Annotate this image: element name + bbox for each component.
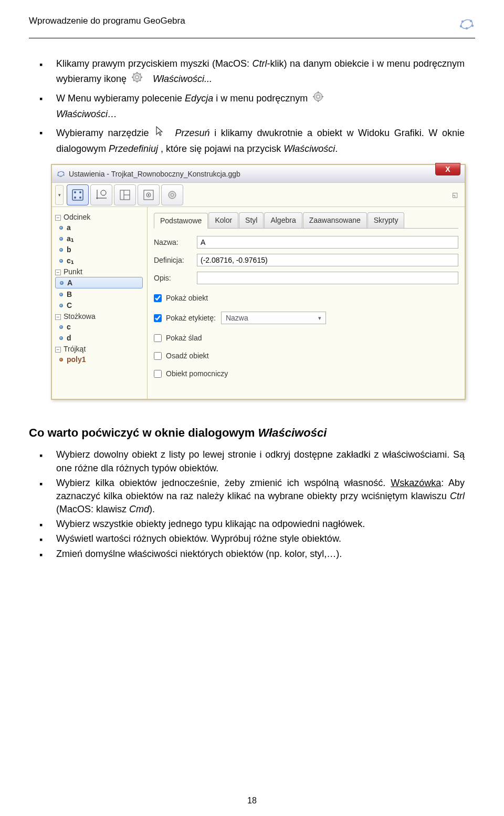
list-item: ▪Wyświetl wartości różnych obiektów. Wyp… [56, 532, 465, 545]
window-title: Ustawienia - Trojkat_Rownoboczny_Konstru… [69, 170, 240, 178]
svg-point-32 [79, 197, 81, 199]
practice-list: ▪Wybierz dowolny obiekt z listy po lewej… [56, 448, 465, 561]
collapse-icon[interactable]: − [55, 314, 61, 320]
properties-panel: Podstawowe Kolor Styl Algebra Zaawansowa… [148, 207, 465, 399]
gear-icon [312, 91, 324, 107]
checkbox-pokaz-etykiete[interactable] [154, 314, 162, 322]
page-number: 18 [247, 796, 257, 805]
label-osadz: Osadź obiekt [166, 352, 209, 360]
text-italic: Przesuń [175, 128, 209, 138]
tab-styl[interactable]: Styl [239, 212, 264, 228]
tab-podstawowe[interactable]: Podstawowe [154, 213, 208, 229]
instruction-1: ▪ Klikamy prawym przyciskiem myszki (Mac… [56, 57, 465, 88]
close-button[interactable]: X [435, 163, 460, 175]
collapse-icon[interactable]: − [55, 347, 61, 353]
tab-kolor[interactable]: Kolor [208, 212, 238, 228]
tool-defaults[interactable] [138, 184, 160, 205]
object-tree: −Odcinek a a₁ b c₁ −Punkt A B C [52, 207, 148, 399]
input-opis[interactable] [197, 272, 458, 284]
svg-point-23 [58, 172, 59, 173]
svg-point-1 [461, 20, 464, 23]
checkbox-pomocniczy[interactable] [154, 370, 162, 378]
svg-point-7 [135, 76, 139, 79]
list-item: ▪Wybierz kilka obiektów jednocześnie, że… [56, 477, 465, 517]
label-opis: Opis: [154, 274, 197, 282]
tree-group-odcinek[interactable]: −Odcinek [55, 212, 147, 222]
label-pokaz-obiekt: Pokaż obiekt [166, 294, 208, 302]
tab-skrypty[interactable]: Skrypty [368, 212, 405, 228]
section-title: Co warto poćwiczyć w oknie dialogowym Wł… [29, 426, 465, 440]
label-pokaz-slad: Pokaż ślad [166, 334, 202, 342]
text-italic: Właściwości… [56, 109, 117, 119]
toolbar-dropdown[interactable]: ▾ [55, 185, 64, 205]
svg-point-4 [466, 27, 468, 29]
list-item: ▪Zmień domyślne właściwości niektórych o… [56, 548, 465, 561]
tab-zaawansowane[interactable]: Zaawansowane [303, 212, 367, 228]
tree-item[interactable]: b [55, 244, 147, 255]
settings-window: Ustawienia - Trojkat_Rownoboczny_Konstru… [51, 164, 466, 400]
tree-item[interactable]: d [55, 333, 147, 343]
text-italic: Ctrl [252, 58, 267, 69]
tree-item[interactable]: poly1 [55, 354, 147, 365]
svg-point-35 [101, 190, 106, 195]
checkbox-pokaz-obiekt[interactable] [154, 294, 162, 302]
tab-algebra[interactable]: Algebra [264, 212, 302, 228]
tree-group-trojkat[interactable]: −Trójkąt [55, 344, 147, 354]
bullet-marker: ▪ [39, 92, 43, 107]
svg-line-12 [133, 74, 134, 75]
group-label: Punkt [64, 267, 82, 276]
popout-icon[interactable]: ◱ [452, 191, 459, 199]
text-italic: Właściwości [284, 143, 335, 154]
checkbox-pokaz-slad[interactable] [154, 334, 162, 342]
label-pokaz-etykiete: Pokaż etykietę: [166, 314, 216, 322]
title-prefix: Co warto poćwiczyć w oknie dialogowym [29, 426, 258, 439]
text: . [335, 143, 338, 154]
checkbox-osadz[interactable] [154, 352, 162, 360]
tree-item-selected[interactable]: A [55, 277, 143, 288]
svg-point-17 [317, 95, 320, 98]
collapse-icon[interactable]: − [55, 215, 61, 221]
label-pomocniczy: Obiekt pomocniczy [166, 369, 228, 378]
instruction-3: ▪ Wybieramy narzędzie Przesuń i klikamy … [56, 125, 465, 157]
select-etykieta[interactable]: Nazwa [221, 312, 326, 324]
tree-item[interactable]: B [55, 289, 147, 299]
tool-advanced[interactable] [161, 184, 183, 205]
input-definicja[interactable] [197, 254, 458, 266]
geogebra-logo-icon [458, 16, 475, 33]
text-italic: Przedefiniuj [109, 143, 158, 154]
list-item: ▪Wybierz dowolny obiekt z listy po lewej… [56, 448, 465, 474]
svg-line-13 [140, 80, 141, 81]
tree-item[interactable]: a₁ [55, 233, 147, 244]
instruction-2: ▪ W Menu wybieramy polecenie Edycja i w … [56, 91, 465, 122]
tree-item[interactable]: c [55, 322, 147, 332]
bullet-marker: ▪ [39, 58, 43, 73]
gear-icon [131, 71, 143, 88]
list-item: ▪Wybierz wszystkie obiekty jednego typu … [56, 518, 465, 531]
tool-layout[interactable] [114, 184, 136, 205]
tree-item[interactable]: a [55, 222, 147, 233]
text: i w menu podręcznym [213, 93, 308, 104]
tree-group-punkt[interactable]: −Punkt [55, 267, 147, 276]
tabs: Podstawowe Kolor Styl Algebra Zaawansowa… [154, 212, 458, 229]
group-label: Stożkowa [64, 312, 96, 321]
tool-graphics[interactable] [90, 184, 112, 205]
text: Klikamy prawym przyciskiem myszki (MacOS… [56, 58, 252, 69]
toolbar: ▾ ◱ [52, 183, 465, 207]
svg-rect-28 [72, 190, 83, 200]
tree-item[interactable]: c₁ [55, 255, 147, 266]
tree-item[interactable]: C [55, 300, 147, 311]
header-rule [29, 38, 475, 38]
svg-point-30 [79, 191, 81, 193]
collapse-icon[interactable]: − [55, 270, 61, 275]
svg-point-31 [74, 197, 76, 199]
app-icon [56, 169, 66, 179]
input-nazwa[interactable] [197, 236, 458, 249]
tree-group-stozkowa[interactable]: −Stożkowa [55, 312, 147, 321]
svg-point-24 [62, 172, 64, 173]
tool-properties[interactable] [67, 184, 89, 205]
text: , które się pojawi na przycisk [158, 143, 284, 154]
svg-line-15 [140, 74, 141, 75]
text: Wybieramy narzędzie [56, 128, 149, 138]
svg-point-5 [460, 25, 462, 27]
svg-point-3 [471, 25, 474, 27]
